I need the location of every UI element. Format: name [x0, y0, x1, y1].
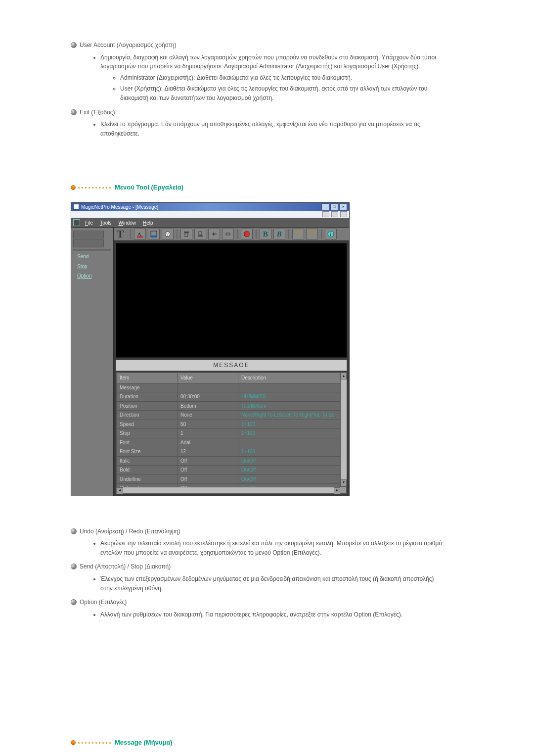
mdi-minimize-button[interactable]: _ [322, 211, 329, 217]
bullet-disc-icon [71, 528, 77, 534]
horizontal-scrollbar[interactable]: ◄ ► [116, 487, 341, 493]
user-account-list: Δημιουργία, διαγραφή και αλλαγή των λογα… [71, 53, 446, 103]
item-send-stop: Send (Αποστολή) / Stop (Διακοπή) [71, 562, 446, 571]
orange-bullet-icon [71, 740, 76, 745]
italic-button[interactable]: B [273, 229, 285, 239]
table-row: Message [117, 383, 347, 392]
bg-color-button[interactable] [148, 229, 160, 239]
align-top-button[interactable] [180, 229, 192, 239]
item-title: Option (Επιλογές) [80, 598, 127, 607]
item-title: Undo (Αναίρεση) / Redo (Επανάληψη) [80, 527, 180, 536]
list-item: User (Χρήστης): Διαθέτει δικαιώματα για … [120, 84, 446, 102]
info-button[interactable]: i [325, 229, 337, 239]
sidebar-item-send[interactable]: Send [77, 253, 111, 261]
table-row: ItalicOffOn/Off [117, 456, 347, 466]
menu-window[interactable]: Window [118, 219, 136, 227]
menu-file[interactable]: File [82, 219, 93, 227]
section-tool-menu: Μενού Tool (Εργαλεία) [71, 183, 446, 192]
screenshot-figure: MagicNetPro Message - [Message] _ □ × _ … [71, 202, 446, 496]
item-user-account: User Account (Λογαριασμός χρήστη) [71, 41, 446, 50]
item-title: Exit (Έξοδος) [80, 108, 115, 117]
message-header-label: MESSAGE [213, 362, 249, 369]
sidebar-header-box [73, 231, 104, 238]
scroll-down-button[interactable]: ▼ [341, 479, 347, 486]
svg-point-6 [168, 233, 169, 234]
dot-divider-icon [77, 742, 112, 744]
main-panel: T A [114, 228, 349, 495]
table-row: Speed501~100 [117, 420, 347, 429]
orange-bullet-icon [71, 185, 76, 190]
section-message: Message (Μήνυμα) [71, 738, 446, 748]
window-titlebar: MagicNetPro Message - [Message] _ □ × [71, 203, 349, 211]
close-button[interactable]: × [339, 203, 347, 210]
menu-tools[interactable]: Tools [100, 219, 111, 227]
direction-left-button[interactable] [208, 229, 220, 239]
col-description: Description [238, 373, 347, 383]
sidebar-item-option[interactable]: Option [77, 272, 111, 280]
list-item: Έλεγχος των επεξεργασμένων δεδομένων μην… [100, 574, 446, 593]
svg-rect-11 [198, 236, 203, 236]
menu-bar: File Tools Window Help [71, 218, 349, 228]
svg-point-5 [166, 233, 167, 234]
sidebar-panel: Send Stop Option [71, 228, 114, 495]
minimize-button[interactable]: _ [321, 203, 329, 210]
sidebar-header-box [73, 239, 104, 247]
list-item: Ακυρώνει την τελευταία εντολή που εκτελέ… [100, 539, 446, 557]
table-row: BoldOffOn/Off [117, 466, 347, 475]
dot-divider-icon [77, 187, 112, 189]
exit-list: Κλείνει το πρόγραμμα. Εάν υπάρχουν μη απ… [71, 120, 446, 138]
item-undo-redo: Undo (Αναίρεση) / Redo (Επανάληψη) [71, 527, 446, 536]
redo-button[interactable] [306, 229, 318, 239]
maximize-button[interactable]: □ [330, 203, 338, 210]
scroll-left-button[interactable]: ◄ [116, 487, 123, 494]
palette-button[interactable] [162, 229, 174, 239]
table-row: DirectionNoneNone/Right To Left/Left To … [117, 411, 347, 420]
mdi-system-icon[interactable] [73, 219, 80, 226]
align-bottom-button[interactable] [194, 229, 206, 239]
svg-text:i: i [330, 232, 331, 237]
sidebar-divider [73, 249, 111, 251]
undo-button[interactable] [292, 229, 304, 239]
font-color-button[interactable]: A [134, 229, 146, 239]
preview-canvas[interactable] [116, 243, 347, 358]
table-row: UnderlineOffOn/Off [117, 474, 347, 484]
svg-rect-10 [199, 232, 202, 235]
properties-grid[interactable]: Item Value Description Message Duration0… [116, 373, 347, 493]
bold-button[interactable]: B [260, 229, 271, 239]
vertical-scrollbar[interactable]: ▲ ▼ [340, 373, 347, 486]
svg-rect-9 [185, 233, 188, 236]
undo-list: Ακυρώνει την τελευταία εντολή που εκτελέ… [71, 539, 446, 557]
scroll-corner [340, 486, 347, 493]
table-row: PositionBottomTop/Bottom [117, 401, 347, 411]
app-window: MagicNetPro Message - [Message] _ □ × _ … [71, 202, 350, 496]
svg-rect-1 [137, 236, 143, 237]
svg-marker-13 [244, 232, 249, 236]
list-item: Αλλαγή των ρυθμίσεων του διακομιστή. Για… [100, 610, 446, 619]
stop-button[interactable] [241, 229, 253, 239]
col-value: Value [178, 373, 238, 383]
col-item: Item [117, 373, 178, 383]
table-row: Font Size121~100 [117, 447, 347, 457]
bullet-disc-icon [71, 42, 77, 48]
scroll-up-button[interactable]: ▲ [341, 373, 347, 379]
option-list: Αλλαγή των ρυθμίσεων του διακομιστή. Για… [71, 610, 446, 619]
list-item: Δημιουργία, διαγραφή και αλλαγή των λογα… [100, 53, 446, 71]
svg-rect-12 [226, 233, 230, 235]
mdi-restore-button[interactable]: ❐ [331, 211, 338, 217]
message-panel-header: MESSAGE [116, 360, 347, 371]
section-title: Μενού Tool (Εργαλεία) [115, 183, 183, 192]
table-row: FontArial [117, 438, 347, 447]
section-title: Message (Μήνυμα) [115, 738, 173, 748]
menu-help[interactable]: Help [143, 219, 153, 227]
item-title: Send (Αποστολή) / Stop (Διακοπή) [80, 562, 171, 571]
text-tool-icon[interactable]: T [117, 226, 124, 242]
app-icon [73, 204, 79, 210]
bullet-disc-icon [71, 109, 77, 115]
direction-none-button[interactable] [222, 229, 234, 239]
properties-grid-wrap: Item Value Description Message Duration0… [116, 372, 347, 494]
mdi-close-button[interactable]: × [340, 211, 347, 217]
mdi-controls: _ ❐ × [71, 211, 349, 218]
table-row: Duration00:30:00HH/MM/SS [117, 392, 347, 402]
sidebar-item-stop[interactable]: Stop [77, 263, 111, 271]
user-account-sublist: Administrator (Διαχειριστής): Διαθέτει δ… [100, 73, 446, 103]
